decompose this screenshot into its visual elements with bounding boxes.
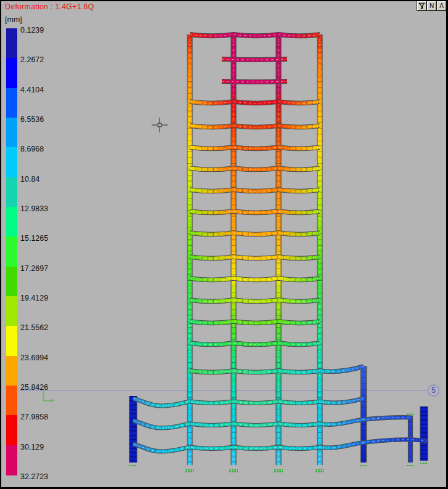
legend-value: 27.9858 xyxy=(20,413,48,421)
legend-color-block xyxy=(6,58,17,88)
legend-value: 32.2723 xyxy=(20,473,48,481)
legend-color-block xyxy=(6,118,17,148)
legend-value: 19.4129 xyxy=(20,294,48,302)
legend-color-block xyxy=(6,445,17,475)
filter-funnel-icon xyxy=(418,2,425,9)
filter-button[interactable] xyxy=(417,1,426,10)
result-title: Deformation : 1.4G+1.6Q xyxy=(5,2,94,11)
legend-value: 8.6968 xyxy=(20,145,44,153)
ucs-axis-arrow-icon xyxy=(51,398,55,403)
legend-value: 12.9833 xyxy=(20,205,48,213)
legend-value: 23.6994 xyxy=(20,354,48,362)
legend-value: 15.1265 xyxy=(20,235,48,243)
crosshair-cursor-icon xyxy=(152,118,168,132)
legend-color-block xyxy=(6,356,17,386)
legend-value: 2.2672 xyxy=(20,56,44,64)
legend-color-block xyxy=(6,326,17,356)
viewport[interactable]: 5 Deformation : 1.4G+1.6Q [mm] 0.12392.2… xyxy=(0,0,448,489)
ucs-axis-icon xyxy=(44,390,51,401)
result-header: Deformation : 1.4G+1.6Q [mm] xyxy=(5,2,94,24)
legend-value: 6.5536 xyxy=(20,116,44,124)
legend-value: 0.1239 xyxy=(20,26,44,34)
structure-view: 5 xyxy=(0,0,448,489)
legend-color-block xyxy=(6,88,17,118)
legend-color-block xyxy=(6,415,17,445)
legend-color-block xyxy=(6,28,17,59)
caret-button[interactable]: Λ xyxy=(437,1,446,10)
legend-color-block xyxy=(6,386,17,416)
legend-value: 17.2697 xyxy=(20,265,48,273)
legend-value: 21.5562 xyxy=(20,324,48,332)
legend-color-block xyxy=(6,207,17,237)
legend-value: 25.8426 xyxy=(20,384,48,392)
legend-color-block xyxy=(6,177,17,208)
n-button[interactable]: N xyxy=(427,1,436,10)
grid-axis-label: 5 xyxy=(431,386,436,395)
legend-color-block xyxy=(6,267,17,297)
legend-color-block xyxy=(6,236,17,267)
legend-color-block xyxy=(6,296,17,326)
legend-value: 10.84 xyxy=(20,176,39,184)
legend-value: 30.129 xyxy=(20,443,44,451)
units-label: [mm] xyxy=(5,15,94,24)
view-toolbar: NΛ xyxy=(417,1,446,10)
legend-value: 4.4104 xyxy=(20,86,44,94)
legend-color-block xyxy=(6,147,17,177)
